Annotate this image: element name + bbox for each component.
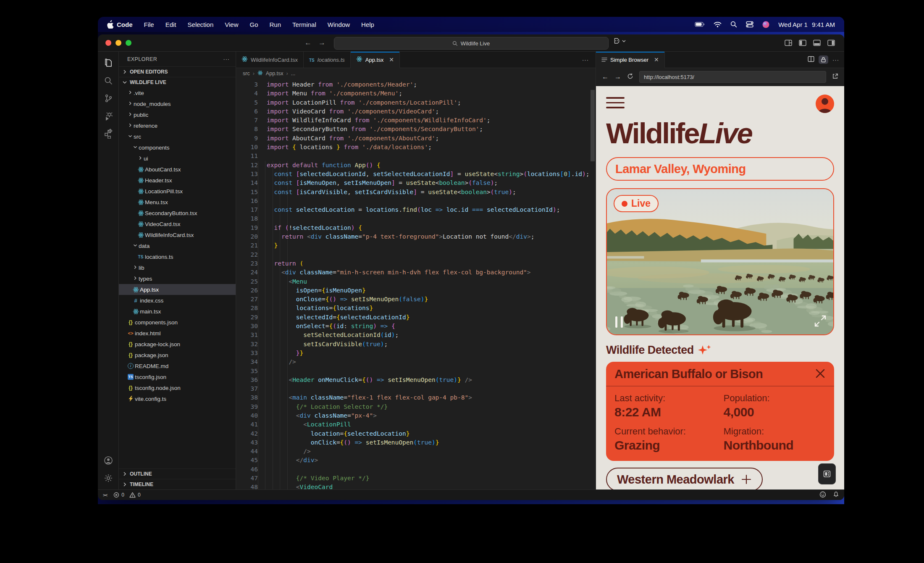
- tree-file-tsconfig-json[interactable]: TStsconfig.json: [119, 371, 236, 382]
- tree-file-app-tsx[interactable]: App.tsx: [119, 284, 236, 295]
- close-window-button[interactable]: [105, 40, 111, 46]
- close-card-button[interactable]: [815, 368, 826, 380]
- outline-section[interactable]: OUTLINE: [119, 468, 236, 479]
- tree-folder-reference[interactable]: reference: [119, 120, 236, 131]
- customize-layout-icon[interactable]: [785, 39, 792, 46]
- pause-button[interactable]: [615, 316, 623, 328]
- code-editor[interactable]: 3import Header from './components/Header…: [236, 79, 596, 489]
- history-back-button[interactable]: ←: [304, 39, 312, 47]
- command-center-search[interactable]: Wildlife Live: [334, 37, 609, 50]
- menu-selection[interactable]: Selection: [188, 21, 214, 28]
- tree-file-menu-tsx[interactable]: Menu.tsx: [119, 197, 236, 208]
- minimize-window-button[interactable]: [116, 40, 121, 46]
- menu-run[interactable]: Run: [270, 21, 281, 28]
- tree-file-locations-ts[interactable]: TSlocations.ts: [119, 251, 236, 262]
- tab-wildlifeinfocard-tsx[interactable]: WildlifeInfoCard.tsx: [236, 52, 304, 68]
- notifications-bell-icon[interactable]: [833, 491, 839, 499]
- browser-back-button[interactable]: ←: [602, 73, 609, 81]
- copilot-status-icon[interactable]: [819, 491, 826, 499]
- history-forward-button[interactable]: →: [318, 39, 326, 47]
- next-species-button[interactable]: Western Meadowlark: [606, 468, 763, 489]
- editor-scrollbar[interactable]: [591, 90, 595, 161]
- problems-warnings[interactable]: 0: [129, 492, 141, 498]
- browser-forward-button[interactable]: →: [614, 73, 621, 81]
- toggle-panel-icon[interactable]: [813, 39, 821, 46]
- close-tab-icon[interactable]: ✕: [389, 56, 394, 63]
- open-external-icon[interactable]: [832, 73, 838, 81]
- tree-folder-components[interactable]: components: [119, 142, 236, 153]
- menubar-clock[interactable]: Wed Apr 1 9:41 AM: [778, 21, 835, 28]
- menu-edit[interactable]: Edit: [165, 21, 176, 28]
- tree-file-videocard-tsx[interactable]: VideoCard.tsx: [119, 218, 236, 229]
- breadcrumb[interactable]: src › App.tsx › ...: [236, 68, 596, 79]
- avatar[interactable]: [816, 95, 834, 113]
- wifi-icon[interactable]: [714, 21, 722, 28]
- tree-file-aboutcard-tsx[interactable]: AboutCard.tsx: [119, 164, 236, 175]
- tree-folder-src[interactable]: src: [119, 131, 236, 142]
- menu-help[interactable]: Help: [361, 21, 374, 28]
- project-section[interactable]: WILDLIFE LIVE: [119, 77, 236, 87]
- tree-folder--vite[interactable]: .vite: [119, 87, 236, 98]
- tree-file-index-html[interactable]: <>index.html: [119, 328, 236, 339]
- tree-folder-data[interactable]: data: [119, 240, 236, 251]
- menu-go[interactable]: Go: [250, 21, 258, 28]
- url-input[interactable]: http://localhost:5173/: [639, 71, 826, 83]
- split-editor-icon[interactable]: [808, 56, 814, 63]
- settings-gear-icon[interactable]: [98, 469, 118, 487]
- tree-file-secondarybutton-tsx[interactable]: SecondaryButton.tsx: [119, 208, 236, 218]
- timeline-section[interactable]: TIMELINE: [119, 479, 236, 489]
- tree-folder-lib[interactable]: lib: [119, 262, 236, 273]
- tree-file-index-css[interactable]: #index.css: [119, 295, 236, 306]
- floating-toolbar-button[interactable]: [818, 463, 836, 484]
- siri-icon[interactable]: [762, 21, 769, 28]
- apple-menu-icon[interactable]: [107, 20, 114, 29]
- remote-indicator[interactable]: ><: [103, 492, 107, 498]
- menu-view[interactable]: View: [225, 21, 238, 28]
- problems-errors[interactable]: 0: [113, 492, 124, 498]
- toggle-secondary-sidebar-icon[interactable]: [827, 39, 835, 46]
- fullscreen-button[interactable]: [814, 315, 827, 329]
- tree-file-package-lock-json[interactable]: {}package-lock.json: [119, 339, 236, 350]
- lock-editor-group-button[interactable]: [819, 55, 828, 64]
- tree-file-package-json[interactable]: {}package.json: [119, 350, 236, 360]
- menu-window[interactable]: Window: [328, 21, 350, 28]
- battery-icon[interactable]: [695, 21, 705, 28]
- video-card[interactable]: Live: [606, 188, 834, 335]
- open-editors-section[interactable]: OPEN EDITORS: [119, 66, 236, 77]
- extensions-icon[interactable]: [98, 125, 118, 142]
- tree-file-wildlifeinfocard-tsx[interactable]: WildlifeInfoCard.tsx: [119, 229, 236, 240]
- menu-file[interactable]: File: [144, 21, 154, 28]
- tab-locations-ts[interactable]: TSlocations.ts: [304, 52, 351, 68]
- source-control-icon[interactable]: [98, 89, 118, 107]
- more-actions-icon[interactable]: ···: [832, 57, 839, 63]
- copilot-menu-button[interactable]: [613, 38, 626, 44]
- search-view-icon[interactable]: [98, 72, 118, 89]
- browser-reload-button[interactable]: [627, 73, 633, 81]
- tree-file-main-tsx[interactable]: main.tsx: [119, 306, 236, 317]
- tree-file-readme-md[interactable]: iREADME.md: [119, 360, 236, 371]
- tree-file-tsconfig-node-json[interactable]: {}tsconfig.node.json: [119, 382, 236, 393]
- explorer-icon[interactable]: [98, 54, 118, 72]
- toggle-primary-sidebar-icon[interactable]: [799, 39, 806, 46]
- run-debug-icon[interactable]: [98, 107, 118, 125]
- spotlight-icon[interactable]: [730, 21, 737, 28]
- tree-folder-node-modules[interactable]: node_modules: [119, 98, 236, 109]
- zoom-window-button[interactable]: [126, 40, 131, 46]
- explorer-more-actions[interactable]: ···: [223, 56, 230, 62]
- menu-hamburger-button[interactable]: [606, 95, 625, 108]
- menu-code[interactable]: Code: [117, 21, 133, 28]
- tree-file-header-tsx[interactable]: Header.tsx: [119, 175, 236, 186]
- tree-folder-ui[interactable]: ui: [119, 153, 236, 164]
- tree-file-components-json[interactable]: {}components.json: [119, 317, 236, 328]
- control-center-icon[interactable]: [746, 21, 753, 28]
- tabbar-more-actions[interactable]: ···: [575, 57, 596, 63]
- tree-folder-public[interactable]: public: [119, 109, 236, 120]
- accounts-icon[interactable]: [98, 452, 118, 469]
- tree-file-vite-config-ts[interactable]: vite.config.ts: [119, 393, 236, 404]
- tree-folder-types[interactable]: types: [119, 273, 236, 284]
- menu-terminal[interactable]: Terminal: [292, 21, 316, 28]
- location-selector-pill[interactable]: Lamar Valley, Wyoming: [606, 157, 834, 181]
- tab-app-tsx[interactable]: App.tsx✕: [351, 52, 400, 68]
- tree-file-locationpill-tsx[interactable]: LocationPill.tsx: [119, 186, 236, 197]
- close-tab-icon[interactable]: ✕: [654, 56, 659, 63]
